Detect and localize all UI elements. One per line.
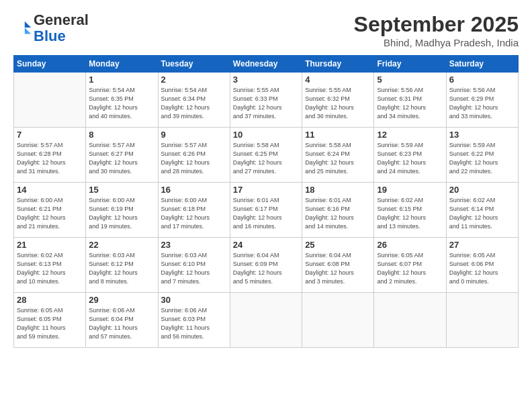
day-cell: 1Sunrise: 5:54 AM Sunset: 6:35 PM Daylig… xyxy=(86,73,158,128)
day-number: 30 xyxy=(161,295,227,305)
day-number: 10 xyxy=(233,130,299,140)
day-cell: 30Sunrise: 6:06 AM Sunset: 6:03 PM Dayli… xyxy=(158,293,230,348)
day-number: 22 xyxy=(89,240,154,250)
day-cell: 29Sunrise: 6:06 AM Sunset: 6:04 PM Dayli… xyxy=(86,293,158,348)
title-block: September 2025 Bhind, Madhya Pradesh, In… xyxy=(354,12,519,48)
week-row-0: 1Sunrise: 5:54 AM Sunset: 6:35 PM Daylig… xyxy=(14,73,519,128)
day-number: 7 xyxy=(17,130,83,140)
week-row-4: 28Sunrise: 6:05 AM Sunset: 6:05 PM Dayli… xyxy=(14,293,519,348)
weekday-header-wednesday: Wednesday xyxy=(230,56,302,73)
day-info: Sunrise: 6:02 AM Sunset: 6:14 PM Dayligh… xyxy=(449,196,515,231)
day-info: Sunrise: 6:04 AM Sunset: 6:08 PM Dayligh… xyxy=(305,251,371,286)
day-cell: 24Sunrise: 6:04 AM Sunset: 6:09 PM Dayli… xyxy=(230,238,302,293)
week-row-3: 21Sunrise: 6:02 AM Sunset: 6:13 PM Dayli… xyxy=(14,238,519,293)
day-info: Sunrise: 5:58 AM Sunset: 6:25 PM Dayligh… xyxy=(233,141,299,176)
day-number: 17 xyxy=(233,185,299,195)
day-number: 24 xyxy=(233,240,299,250)
day-number: 19 xyxy=(377,185,443,195)
day-cell: 7Sunrise: 5:57 AM Sunset: 6:28 PM Daylig… xyxy=(14,128,86,183)
day-number: 9 xyxy=(161,130,227,140)
day-info: Sunrise: 5:58 AM Sunset: 6:24 PM Dayligh… xyxy=(305,141,371,176)
day-cell xyxy=(302,293,374,348)
logo-icon xyxy=(13,19,32,38)
day-info: Sunrise: 6:04 AM Sunset: 6:09 PM Dayligh… xyxy=(233,251,299,286)
day-info: Sunrise: 5:57 AM Sunset: 6:28 PM Dayligh… xyxy=(17,141,83,176)
day-cell xyxy=(446,293,518,348)
day-cell: 23Sunrise: 6:03 AM Sunset: 6:10 PM Dayli… xyxy=(158,238,230,293)
day-info: Sunrise: 5:54 AM Sunset: 6:34 PM Dayligh… xyxy=(161,86,227,121)
logo-text: General Blue xyxy=(34,12,89,44)
day-cell: 11Sunrise: 5:58 AM Sunset: 6:24 PM Dayli… xyxy=(302,128,374,183)
day-number: 4 xyxy=(305,75,371,85)
day-number: 28 xyxy=(17,295,83,305)
day-cell: 22Sunrise: 6:03 AM Sunset: 6:12 PM Dayli… xyxy=(86,238,158,293)
day-info: Sunrise: 6:06 AM Sunset: 6:04 PM Dayligh… xyxy=(89,306,154,341)
week-row-1: 7Sunrise: 5:57 AM Sunset: 6:28 PM Daylig… xyxy=(14,128,519,183)
day-number: 6 xyxy=(449,75,515,85)
day-info: Sunrise: 6:01 AM Sunset: 6:17 PM Dayligh… xyxy=(233,196,299,231)
day-info: Sunrise: 6:06 AM Sunset: 6:03 PM Dayligh… xyxy=(161,306,227,341)
day-cell: 18Sunrise: 6:01 AM Sunset: 6:16 PM Dayli… xyxy=(302,183,374,238)
logo-line2: Blue xyxy=(34,28,89,44)
day-info: Sunrise: 6:03 AM Sunset: 6:10 PM Dayligh… xyxy=(161,251,227,286)
day-info: Sunrise: 5:56 AM Sunset: 6:29 PM Dayligh… xyxy=(449,86,515,121)
page: General Blue September 2025 Bhind, Madhy… xyxy=(0,0,532,411)
logo-line1: General xyxy=(34,12,89,28)
weekday-header-tuesday: Tuesday xyxy=(158,56,230,73)
day-cell xyxy=(14,73,86,128)
day-cell: 14Sunrise: 6:00 AM Sunset: 6:21 PM Dayli… xyxy=(14,183,86,238)
day-cell: 21Sunrise: 6:02 AM Sunset: 6:13 PM Dayli… xyxy=(14,238,86,293)
day-number: 15 xyxy=(89,185,154,195)
day-number: 8 xyxy=(89,130,154,140)
day-info: Sunrise: 5:57 AM Sunset: 6:26 PM Dayligh… xyxy=(161,141,227,176)
calendar: SundayMondayTuesdayWednesdayThursdayFrid… xyxy=(13,55,519,348)
svg-marker-0 xyxy=(25,21,31,28)
day-cell xyxy=(374,293,446,348)
day-cell: 16Sunrise: 6:00 AM Sunset: 6:18 PM Dayli… xyxy=(158,183,230,238)
day-info: Sunrise: 6:00 AM Sunset: 6:19 PM Dayligh… xyxy=(89,196,154,231)
day-number: 3 xyxy=(233,75,299,85)
day-number: 14 xyxy=(17,185,83,195)
logo: General Blue xyxy=(13,12,89,44)
day-number: 29 xyxy=(89,295,154,305)
day-number: 11 xyxy=(305,130,371,140)
day-cell: 2Sunrise: 5:54 AM Sunset: 6:34 PM Daylig… xyxy=(158,73,230,128)
day-number: 5 xyxy=(377,75,443,85)
day-number: 21 xyxy=(17,240,83,250)
weekday-header-saturday: Saturday xyxy=(446,56,518,73)
day-info: Sunrise: 5:54 AM Sunset: 6:35 PM Dayligh… xyxy=(89,86,154,121)
day-info: Sunrise: 6:05 AM Sunset: 6:06 PM Dayligh… xyxy=(449,251,515,286)
day-cell: 17Sunrise: 6:01 AM Sunset: 6:17 PM Dayli… xyxy=(230,183,302,238)
day-info: Sunrise: 5:56 AM Sunset: 6:31 PM Dayligh… xyxy=(377,86,443,121)
day-cell: 19Sunrise: 6:02 AM Sunset: 6:15 PM Dayli… xyxy=(374,183,446,238)
day-cell: 3Sunrise: 5:55 AM Sunset: 6:33 PM Daylig… xyxy=(230,73,302,128)
day-cell: 25Sunrise: 6:04 AM Sunset: 6:08 PM Dayli… xyxy=(302,238,374,293)
day-info: Sunrise: 6:03 AM Sunset: 6:12 PM Dayligh… xyxy=(89,251,154,286)
day-cell: 28Sunrise: 6:05 AM Sunset: 6:05 PM Dayli… xyxy=(14,293,86,348)
day-info: Sunrise: 5:57 AM Sunset: 6:27 PM Dayligh… xyxy=(89,141,154,176)
weekday-header-thursday: Thursday xyxy=(302,56,374,73)
day-info: Sunrise: 5:59 AM Sunset: 6:22 PM Dayligh… xyxy=(449,141,515,176)
day-info: Sunrise: 6:00 AM Sunset: 6:18 PM Dayligh… xyxy=(161,196,227,231)
week-row-2: 14Sunrise: 6:00 AM Sunset: 6:21 PM Dayli… xyxy=(14,183,519,238)
header: General Blue September 2025 Bhind, Madhy… xyxy=(13,12,519,48)
day-info: Sunrise: 6:02 AM Sunset: 6:13 PM Dayligh… xyxy=(17,251,83,286)
day-cell: 6Sunrise: 5:56 AM Sunset: 6:29 PM Daylig… xyxy=(446,73,518,128)
day-info: Sunrise: 6:05 AM Sunset: 6:07 PM Dayligh… xyxy=(377,251,443,286)
subtitle: Bhind, Madhya Pradesh, India xyxy=(354,37,519,48)
day-info: Sunrise: 6:05 AM Sunset: 6:05 PM Dayligh… xyxy=(17,306,83,341)
day-info: Sunrise: 6:01 AM Sunset: 6:16 PM Dayligh… xyxy=(305,196,371,231)
day-cell: 10Sunrise: 5:58 AM Sunset: 6:25 PM Dayli… xyxy=(230,128,302,183)
day-number: 25 xyxy=(305,240,371,250)
day-cell: 8Sunrise: 5:57 AM Sunset: 6:27 PM Daylig… xyxy=(86,128,158,183)
day-cell xyxy=(230,293,302,348)
day-number: 23 xyxy=(161,240,227,250)
day-number: 2 xyxy=(161,75,227,85)
day-number: 18 xyxy=(305,185,371,195)
day-cell: 12Sunrise: 5:59 AM Sunset: 6:23 PM Dayli… xyxy=(374,128,446,183)
day-cell: 20Sunrise: 6:02 AM Sunset: 6:14 PM Dayli… xyxy=(446,183,518,238)
day-number: 12 xyxy=(377,130,443,140)
day-cell: 15Sunrise: 6:00 AM Sunset: 6:19 PM Dayli… xyxy=(86,183,158,238)
day-cell: 13Sunrise: 5:59 AM Sunset: 6:22 PM Dayli… xyxy=(446,128,518,183)
day-info: Sunrise: 5:55 AM Sunset: 6:32 PM Dayligh… xyxy=(305,86,371,121)
